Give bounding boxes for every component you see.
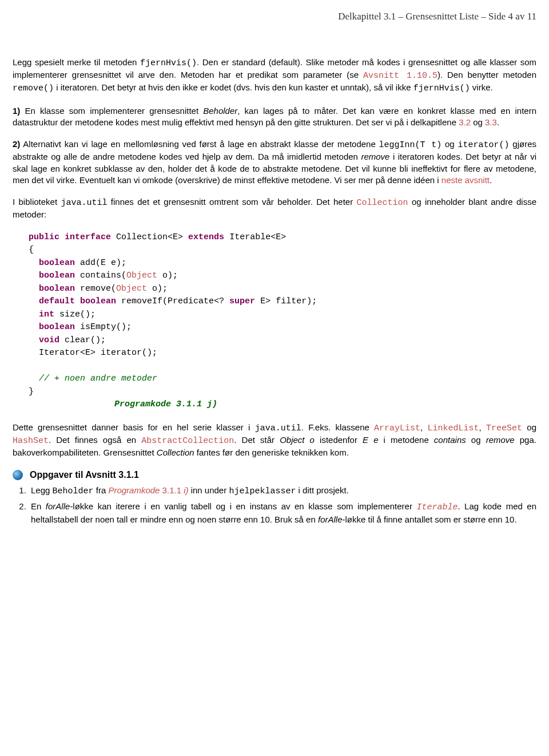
link-abstractcollection[interactable]: AbstractCollection xyxy=(141,436,234,446)
code-block-collection: public interface Collection<E> extends I… xyxy=(29,231,536,411)
link-programkode[interactable]: 3.1.1 xyxy=(160,485,184,495)
italic: Collection xyxy=(157,448,194,457)
link-hashset[interactable]: HashSet xyxy=(13,436,49,446)
code: } xyxy=(29,387,34,397)
text: virke. xyxy=(470,82,493,92)
text: En xyxy=(31,501,46,511)
text: finnes det et grensesnitt omtrent som vå… xyxy=(107,197,356,207)
section-title: Oppgaver til Avsnitt 3.1.1 xyxy=(30,469,139,481)
link-iterable[interactable]: Iterable xyxy=(416,502,458,512)
code: Iterator<E> iterator(); xyxy=(39,348,157,358)
paragraph-2: 1) En klasse som implementerer grensesni… xyxy=(13,105,536,129)
code: Iterable<E> xyxy=(229,232,286,242)
keyword: int xyxy=(39,310,54,319)
text: . xyxy=(497,117,499,127)
page-header: Delkapittel 3.1 – Grensesnittet Liste – … xyxy=(13,10,536,23)
code: fjernHvis() xyxy=(140,58,197,68)
code: leggInn(T t) xyxy=(379,140,442,150)
text: En klasse som implementerer grensesnitte… xyxy=(20,106,203,116)
italic: remove xyxy=(361,152,389,161)
text: I biblioteket xyxy=(13,197,61,207)
code: java.util xyxy=(61,198,107,208)
text: Legg spesielt merke til metoden xyxy=(13,57,140,67)
italic: contains xyxy=(434,435,466,445)
text: i iteratoren. Det betyr at hvis den ikke… xyxy=(54,82,413,92)
text: -løkke til å finne antallet som er størr… xyxy=(343,514,517,524)
keyword: boolean xyxy=(80,296,116,306)
code: clear(); xyxy=(59,335,106,345)
text: . Det står xyxy=(234,435,280,445)
code: Collection<E> xyxy=(116,232,183,242)
text: og xyxy=(522,422,536,432)
link-arraylist[interactable]: ArrayList xyxy=(374,423,420,433)
code: remove() xyxy=(13,84,54,93)
paragraph-4: I biblioteket java.util finnes det et gr… xyxy=(13,196,536,221)
italic: Object o xyxy=(280,435,315,445)
item-marker: 2) xyxy=(13,139,20,149)
keyword: extends xyxy=(188,232,224,242)
header-text: Delkapittel 3.1 – Grensesnittet Liste – … xyxy=(338,11,536,22)
link-3-2[interactable]: 3.2 xyxy=(459,117,471,127)
keyword: boolean xyxy=(39,284,75,294)
exercise-item-2: En forAlle-løkke kan iterere i en vanlig… xyxy=(29,501,536,525)
paragraph-1: Legg spesielt merke til metoden fjernHvi… xyxy=(13,57,536,95)
link-programkode[interactable]: Programkode xyxy=(108,485,160,495)
comment: // + noen andre metoder xyxy=(39,374,157,383)
text: og xyxy=(466,435,486,445)
code: o); xyxy=(157,271,178,280)
link-linkedlist[interactable]: LinkedList xyxy=(428,423,479,433)
text: fra xyxy=(94,485,109,495)
text: , xyxy=(479,422,486,432)
keyword: public xyxy=(29,232,59,242)
link-collection[interactable]: Collection xyxy=(357,198,408,208)
link-object[interactable]: Object xyxy=(126,271,157,280)
code: iterator() xyxy=(458,140,510,150)
text: . F.eks. klassene xyxy=(301,422,374,432)
text: og xyxy=(471,117,485,127)
paragraph-3: 2) Alternativt kan vi lage en mellomløsn… xyxy=(13,138,536,186)
link-3-3[interactable]: 3.3 xyxy=(485,117,497,127)
exercise-item-1: Legg Beholder fra Programkode 3.1.1 i) i… xyxy=(29,485,536,497)
italic: forAlle xyxy=(46,501,70,511)
text: og xyxy=(441,139,458,149)
text: inn under xyxy=(188,485,229,495)
code: removeIf(Predicate<? xyxy=(116,296,229,306)
code: hjelpeklasser xyxy=(229,486,296,496)
code: add(E e); xyxy=(75,258,126,268)
text: Dette grensesnittet danner basis for en … xyxy=(13,422,255,432)
link-object[interactable]: Object xyxy=(116,284,147,294)
keyword: void xyxy=(39,335,59,345)
text: Alternativt kan vi lage en mellomløsning… xyxy=(20,139,379,149)
code: java.util xyxy=(255,423,301,433)
text: Legg xyxy=(31,485,53,495)
code: fjernHvis() xyxy=(413,84,470,93)
keyword: boolean xyxy=(39,258,75,268)
text: -løkke kan iterere i en vanlig tabell og… xyxy=(70,501,416,511)
text: ). Den benytter metoden xyxy=(437,70,536,80)
code-caption: Programkode 3.1.1 j) xyxy=(114,399,217,409)
keyword: boolean xyxy=(39,322,75,332)
keyword: super xyxy=(229,296,255,306)
link-neste-avsnitt[interactable]: neste avsnitt xyxy=(441,175,490,185)
code: Beholder xyxy=(53,486,94,496)
keyword: interface xyxy=(65,232,111,242)
link-avsnitt-1-10-5[interactable]: Avsnitt 1.10.5 xyxy=(363,71,437,81)
text: . xyxy=(490,175,492,185)
section-heading-oppgaver: Oppgaver til Avsnitt 3.1.1 xyxy=(13,469,536,481)
text: , xyxy=(420,422,427,432)
code: o); xyxy=(147,284,168,294)
exercise-list: Legg Beholder fra Programkode 3.1.1 i) i… xyxy=(16,485,536,525)
keyword: boolean xyxy=(39,271,75,280)
code: { xyxy=(29,245,34,255)
item-marker: 1) xyxy=(13,106,20,116)
code: contains( xyxy=(75,271,126,280)
italic: remove xyxy=(486,435,515,445)
sphere-icon xyxy=(13,470,23,480)
link-treeset[interactable]: TreeSet xyxy=(486,423,522,433)
italic: Beholder xyxy=(203,106,237,116)
text: i metodene xyxy=(379,435,434,445)
text: i ditt prosjekt. xyxy=(296,485,349,495)
italic: E e xyxy=(363,435,378,445)
paragraph-5: Dette grensesnittet danner basis for en … xyxy=(13,422,536,459)
keyword: default xyxy=(39,296,75,306)
